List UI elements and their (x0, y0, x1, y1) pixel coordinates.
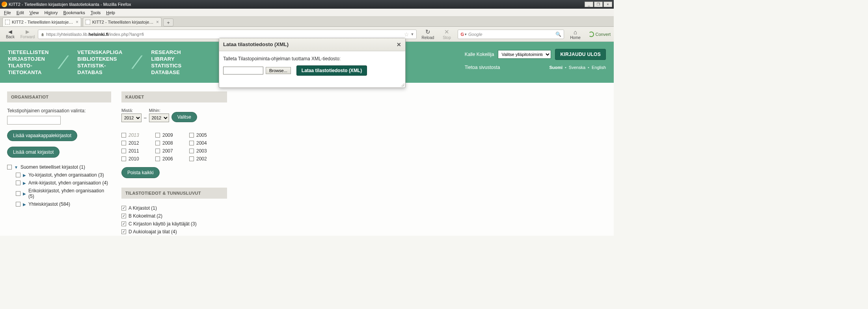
file-path-field[interactable] (223, 67, 263, 74)
year-checkbox[interactable] (189, 156, 194, 161)
year-label: 2009 (162, 132, 173, 138)
tree-checkbox[interactable] (7, 165, 12, 169)
stat-checkbox[interactable] (121, 229, 126, 234)
menu-file[interactable]: File (2, 9, 13, 16)
year-checkbox[interactable] (121, 156, 126, 161)
convert-icon (589, 32, 594, 37)
menu-bar: File Edit View History Bookmarks Tools H… (0, 9, 614, 17)
address-bar[interactable]: https://yhteistilasto.lib.helsinki.fi/in… (38, 30, 417, 39)
url-dropdown-icon[interactable]: ▼ (411, 32, 414, 36)
year-checkbox[interactable] (121, 149, 126, 153)
add-own-libraries-button[interactable]: Lisää omat kirjastot (7, 147, 60, 158)
window-maximize[interactable]: ❐ (594, 2, 603, 7)
year-checkbox[interactable] (155, 149, 160, 153)
page-icon (86, 20, 90, 24)
stat-item-label[interactable]: B Kokoelmat (2) (129, 213, 162, 219)
upload-xml-dialog: Lataa tilastotiedosto (XML) ✕ Talleta Ti… (219, 38, 406, 88)
logo-fi[interactable]: TIETEELLISTEN KIRJASTOJEN TILASTO- TIETO… (8, 49, 49, 76)
year-checkbox[interactable] (155, 133, 160, 138)
google-icon: G (460, 32, 464, 37)
dialog-close-icon[interactable]: ✕ (397, 41, 401, 48)
browse-button[interactable]: Browse... (266, 67, 291, 74)
year-checkbox[interactable] (155, 156, 160, 161)
convert-button[interactable]: Convert (589, 32, 611, 37)
window-close[interactable]: × (604, 2, 612, 7)
year-checkbox[interactable] (189, 149, 194, 153)
menu-edit[interactable]: Edit (14, 9, 26, 16)
upload-button[interactable]: Lataa tilastotiedosto (XML) (296, 65, 367, 76)
menu-bookmarks[interactable]: Bookmarks (61, 9, 88, 16)
tree-item-label[interactable]: Erikoiskirjastot, yhden organisaation (5… (28, 188, 111, 199)
lang-en[interactable]: English (592, 65, 606, 70)
new-tab-button[interactable]: + (163, 19, 173, 26)
org-search-input[interactable] (7, 116, 61, 125)
admin-function-select[interactable]: Valitse ylläpitotoiminto (498, 50, 551, 59)
lang-sv[interactable]: Svenska (569, 65, 585, 70)
stat-checkbox[interactable] (121, 206, 126, 210)
search-icon[interactable]: 🔍 (555, 32, 561, 37)
dialog-title: Lataa tilastotiedosto (XML) (223, 41, 289, 48)
stat-checkbox[interactable] (121, 222, 126, 226)
logout-button[interactable]: KIRJAUDU ULOS (555, 49, 606, 60)
about-link[interactable]: Tietoa sivustosta (465, 65, 500, 70)
expand-right-icon[interactable]: ▶ (23, 173, 26, 177)
window-titlebar: KITT2 - Tieteellisten kirjastojen tilast… (0, 0, 614, 9)
select-periods-button[interactable]: Valitse (171, 112, 197, 122)
tab-1[interactable]: KITT2 - Tieteellisten kirjastojen tilast… (2, 17, 81, 26)
forward-button[interactable]: ► Forward (20, 29, 35, 39)
stat-item-label[interactable]: C Kirjaston käyttö ja käyttäjät (3) (129, 221, 197, 227)
logo-sv[interactable]: VETENSKAPLIGA BIBLIOTEKENS STATISTIK- DA… (77, 49, 122, 76)
tree-item-label[interactable]: Yhteiskirjastot (584) (28, 201, 70, 207)
menu-tools[interactable]: Tools (88, 9, 103, 16)
year-label: 2013 (129, 132, 139, 138)
tree-checkbox[interactable] (16, 173, 20, 177)
page-icon (5, 20, 10, 24)
tab-1-close[interactable]: × (76, 19, 78, 25)
search-box[interactable]: G ▾ Google 🔍 (458, 30, 564, 39)
bookmark-star-icon[interactable]: ☆ (404, 31, 409, 37)
tree-checkbox[interactable] (16, 181, 20, 185)
window-minimize[interactable]: _ (585, 2, 593, 7)
stat-item-label[interactable]: A Kirjastot (1) (129, 205, 157, 211)
year-checkbox[interactable] (189, 133, 194, 138)
back-button[interactable]: ◄ Back (3, 29, 17, 39)
tab-2[interactable]: KITT2 - Tieteellisten kirjastojen tilast… (83, 17, 162, 26)
periods-heading: KAUDET (121, 91, 227, 102)
stat-item-label[interactable]: D Aukioloajat ja tilat (4) (129, 229, 177, 235)
tab-2-close[interactable]: × (156, 19, 159, 25)
year-label: 2012 (129, 140, 139, 146)
expand-right-icon[interactable]: ▶ (23, 192, 26, 196)
tree-checkbox[interactable] (16, 191, 20, 196)
home-button[interactable]: ⌂ Home (567, 29, 583, 40)
tree-item-label[interactable]: Amk-kirjastot, yhden organisaation (4) (28, 180, 108, 186)
remove-all-button[interactable]: Poista kaikki (121, 167, 160, 178)
tree-checkbox[interactable] (16, 202, 20, 207)
resize-grip-icon[interactable] (400, 82, 404, 87)
lang-fi[interactable]: Suomi (549, 65, 563, 70)
year-checkbox[interactable] (121, 133, 126, 138)
year-checkbox[interactable] (121, 141, 126, 145)
add-deposit-libraries-button[interactable]: Lisää vapaakappalekirjastot (7, 130, 77, 141)
year-checkbox[interactable] (189, 141, 194, 145)
expand-right-icon[interactable]: ▶ (23, 202, 26, 207)
tree-item-label[interactable]: Yo-kirjastot, yhden organisaation (3) (28, 172, 104, 178)
tree-root-label[interactable]: Suomen tieteelliset kirjastot (1) (20, 164, 85, 170)
reload-label: Reload (422, 35, 434, 40)
year-label: 2002 (196, 156, 207, 162)
stat-checkbox[interactable] (121, 214, 126, 218)
search-engine-dropdown-icon[interactable]: ▾ (465, 32, 467, 36)
logo-en[interactable]: RESEARCH LIBRARY STATISTICS DATABASE (151, 49, 182, 76)
reload-button[interactable]: ↻ Reload (420, 28, 436, 40)
menu-history[interactable]: History (42, 9, 60, 16)
to-year-select[interactable]: 2012 (149, 114, 169, 122)
menu-view[interactable]: View (27, 9, 41, 16)
menu-help[interactable]: Help (104, 9, 117, 16)
expand-down-icon[interactable]: ▼ (14, 165, 18, 169)
from-year-select[interactable]: 2012 (121, 114, 142, 122)
org-search-label: Tekstipohjainen organisaation valinta: (7, 108, 111, 114)
search-placeholder: Google (468, 32, 555, 37)
stop-button[interactable]: ✕ Stop (439, 28, 454, 40)
forward-arrow-icon: ► (24, 29, 31, 35)
expand-right-icon[interactable]: ▶ (23, 181, 26, 185)
year-checkbox[interactable] (155, 141, 160, 145)
